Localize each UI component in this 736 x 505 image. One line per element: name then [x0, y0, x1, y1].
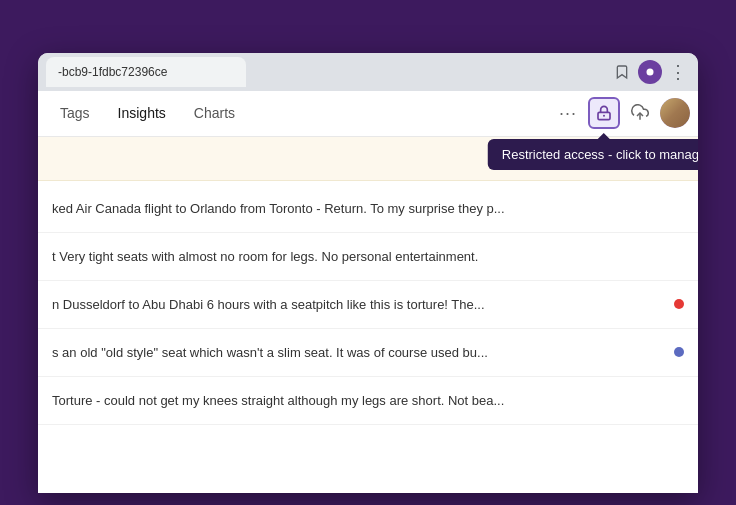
- tab-title: -bcb9-1fdbc72396ce: [58, 65, 167, 79]
- extension-icon[interactable]: [638, 60, 662, 84]
- data-list: ked Air Canada flight to Orlando from To…: [38, 181, 698, 493]
- table-row[interactable]: ked Air Canada flight to Orlando from To…: [38, 185, 698, 233]
- lock-icon-wrap[interactable]: [588, 97, 620, 129]
- bookmark-icon[interactable]: [610, 60, 634, 84]
- lock-icon: [596, 105, 612, 121]
- tab-tags[interactable]: Tags: [46, 97, 104, 129]
- active-tab[interactable]: -bcb9-1fdbc72396ce: [46, 57, 246, 87]
- lock-access-button[interactable]: Restricted access - click to manage: [588, 97, 620, 129]
- row-text: n Dusseldorf to Abu Dhabi 6 hours with a…: [52, 297, 666, 312]
- row-text: Torture - could not get my knees straigh…: [52, 393, 684, 408]
- user-avatar[interactable]: [660, 98, 690, 128]
- toolbar-more-button[interactable]: ···: [656, 143, 686, 173]
- blue-badge: [674, 347, 684, 357]
- browser-window: -bcb9-1fdbc72396ce ⋮ Tags Insights Chart…: [38, 53, 698, 493]
- toolbar-row: + ···: [38, 137, 698, 181]
- row-text: t Very tight seats with almost no room f…: [52, 249, 684, 264]
- main-content: Tags Insights Charts ···: [38, 91, 698, 493]
- sync-icon-button[interactable]: [624, 97, 656, 129]
- table-row[interactable]: Torture - could not get my knees straigh…: [38, 377, 698, 425]
- table-row[interactable]: s an old "old style" seat which wasn't a…: [38, 329, 698, 377]
- red-badge: [674, 299, 684, 309]
- add-button[interactable]: +: [618, 143, 648, 173]
- avatar-image: [660, 98, 690, 128]
- sync-icon: [631, 104, 649, 122]
- nav-actions: ··· Restricted access - click to manage: [552, 97, 698, 129]
- more-options-button[interactable]: ···: [552, 97, 584, 129]
- row-text: s an old "old style" seat which wasn't a…: [52, 345, 666, 360]
- menu-icon[interactable]: ⋮: [666, 60, 690, 84]
- svg-point-0: [647, 68, 654, 75]
- nav-tabs: Tags Insights Charts ···: [38, 91, 698, 137]
- tab-bar: -bcb9-1fdbc72396ce ⋮: [38, 53, 698, 91]
- tab-charts[interactable]: Charts: [180, 97, 249, 129]
- table-row[interactable]: t Very tight seats with almost no room f…: [38, 233, 698, 281]
- tab-insights[interactable]: Insights: [104, 97, 180, 129]
- row-text: ked Air Canada flight to Orlando from To…: [52, 201, 684, 216]
- table-row[interactable]: n Dusseldorf to Abu Dhabi 6 hours with a…: [38, 281, 698, 329]
